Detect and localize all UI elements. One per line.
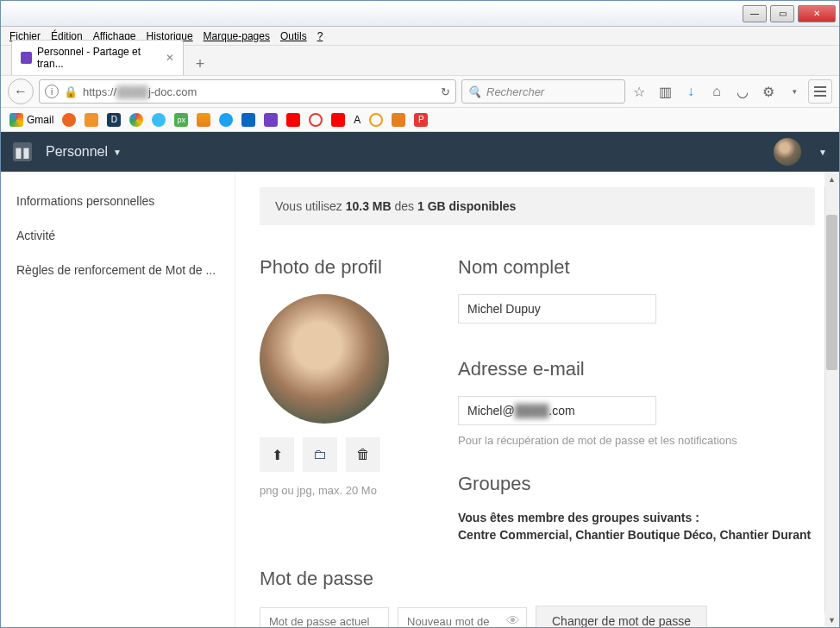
minimize-button[interactable]: — xyxy=(743,5,767,22)
search-icon: 🔍 xyxy=(467,85,481,98)
pocket-icon[interactable]: ◡ xyxy=(734,84,751,100)
menu-bookmarks[interactable]: Marque-pages xyxy=(198,28,275,44)
bookmark-pixabay[interactable]: px xyxy=(174,113,188,127)
bookmark-youtube[interactable] xyxy=(286,113,300,127)
bookmark-google[interactable] xyxy=(129,113,143,127)
overflow-caret-icon[interactable]: ▾ xyxy=(786,87,803,96)
bookmark-icon-4[interactable] xyxy=(309,113,323,127)
tab-close-icon[interactable]: ✕ xyxy=(166,52,174,64)
search-bar[interactable]: 🔍 Rechercher xyxy=(461,79,625,104)
lock-icon: 🔒 xyxy=(64,85,78,98)
bookmark-p[interactable]: P xyxy=(414,113,428,127)
reload-icon[interactable]: ↻ xyxy=(441,85,450,98)
upload-icon: ⬆ xyxy=(272,447,283,463)
bookmark-toolbar: Gmail D px A P xyxy=(1,108,839,132)
delete-photo-button[interactable]: 🗑 xyxy=(346,437,380,472)
settings-sidebar: Informations personnelles Activité Règle… xyxy=(1,172,235,627)
tab-strip: Personnel - Partage et tran... ✕ + xyxy=(1,46,839,75)
app-section-dropdown[interactable]: Personnel ▼ xyxy=(46,144,122,160)
trash-icon: 🗑 xyxy=(356,447,370,462)
google-icon xyxy=(9,113,23,127)
folder-icon: 🗀 xyxy=(313,447,327,462)
upload-photo-button[interactable]: ⬆ xyxy=(260,437,294,472)
downloads-icon[interactable]: ↓ xyxy=(682,84,699,99)
app-header: ▮▮ Personnel ▼ ▼ xyxy=(1,132,839,172)
current-password-input[interactable] xyxy=(260,607,389,628)
search-placeholder: Rechercher xyxy=(486,85,544,98)
home-icon[interactable]: ⌂ xyxy=(708,84,725,99)
eye-icon[interactable]: 👁 xyxy=(506,613,520,627)
url-text: https://████j-doc.com xyxy=(83,85,436,98)
full-name-input[interactable] xyxy=(458,294,656,323)
bookmark-twitter[interactable] xyxy=(219,113,233,127)
hamburger-menu-button[interactable] xyxy=(808,79,832,104)
sidebar-item-personal-info[interactable]: Informations personnelles xyxy=(1,184,235,218)
email-input[interactable]: Michel@████.com xyxy=(458,396,656,425)
browser-navbar: ← i 🔒 https://████j-doc.com ↻ 🔍 Recherch… xyxy=(1,75,839,108)
user-avatar-menu[interactable] xyxy=(774,138,801,166)
chevron-down-icon: ▼ xyxy=(113,148,122,157)
app-logo-icon[interactable]: ▮▮ xyxy=(13,142,32,161)
bookmark-icon-5[interactable] xyxy=(369,113,383,127)
bookmark-jdoc[interactable] xyxy=(264,113,278,127)
email-heading: Adresse e-mail xyxy=(458,358,815,380)
bookmark-analytics[interactable] xyxy=(197,113,210,127)
content-area: Informations personnelles Activité Règle… xyxy=(1,172,839,627)
bookmark-linkedin[interactable] xyxy=(241,113,255,127)
menu-help[interactable]: ? xyxy=(312,28,329,44)
library-icon[interactable]: ▥ xyxy=(656,84,674,100)
back-button[interactable]: ← xyxy=(8,78,34,104)
tab-favicon xyxy=(21,52,32,64)
sidebar-item-password-rules[interactable]: Règles de renforcement de Mot de ... xyxy=(1,253,235,287)
password-heading: Mot de passe xyxy=(260,568,815,590)
url-bar[interactable]: i 🔒 https://████j-doc.com ↻ xyxy=(39,79,456,104)
groups-membership-list: Centre Commercial, Chantier Boutique Déc… xyxy=(458,528,815,542)
scroll-up-icon[interactable]: ▲ xyxy=(824,172,839,186)
main-panel: Vous utilisez 10.3 MB des 1 GB disponibl… xyxy=(235,172,839,627)
site-info-icon[interactable]: i xyxy=(45,85,59,98)
choose-photo-button[interactable]: 🗀 xyxy=(303,437,337,472)
profile-avatar xyxy=(260,294,389,424)
bookmark-youtube2[interactable] xyxy=(331,113,345,127)
full-name-heading: Nom complet xyxy=(458,256,815,279)
bookmark-a[interactable]: A xyxy=(354,114,360,126)
storage-usage: Vous utilisez 10.3 MB des 1 GB disponibl… xyxy=(260,187,815,225)
groups-heading: Groupes xyxy=(458,473,815,495)
window-titlebar: — ▭ ✕ xyxy=(1,1,839,27)
bookmark-icon-2[interactable] xyxy=(85,113,98,127)
sidebar-item-activity[interactable]: Activité xyxy=(1,218,235,253)
extension-icon[interactable]: ⚙ xyxy=(760,84,777,100)
browser-tab[interactable]: Personnel - Partage et tran... ✕ xyxy=(11,40,184,75)
bookmark-star-icon[interactable]: ☆ xyxy=(630,84,648,100)
chevron-down-icon[interactable]: ▼ xyxy=(818,148,827,157)
change-password-button[interactable]: Changer de mot de passe xyxy=(536,606,707,627)
scroll-down-icon[interactable]: ▼ xyxy=(824,612,839,627)
bookmark-icon-6[interactable] xyxy=(392,113,405,127)
scrollbar[interactable]: ▲ ▼ xyxy=(824,172,839,627)
bookmark-gmail[interactable]: Gmail xyxy=(9,113,53,127)
profile-photo-heading: Photo de profil xyxy=(260,256,415,279)
menu-tools[interactable]: Outils xyxy=(275,28,312,44)
scroll-thumb[interactable] xyxy=(826,215,837,370)
bookmark-icon-1[interactable] xyxy=(62,113,76,127)
email-hint: Pour la récupération de mot de passe et … xyxy=(458,434,815,447)
tab-title: Personnel - Partage et tran... xyxy=(37,46,160,70)
bookmark-disqus[interactable]: D xyxy=(107,113,121,127)
app-section-label: Personnel xyxy=(46,144,108,160)
close-window-button[interactable]: ✕ xyxy=(798,5,836,22)
groups-membership-intro: Vous êtes membre des groupes suivants : xyxy=(458,511,815,524)
photo-hint: png ou jpg, max. 20 Mo xyxy=(260,484,415,497)
new-tab-button[interactable]: + xyxy=(189,53,211,75)
bookmark-icon-3[interactable] xyxy=(152,113,166,127)
maximize-button[interactable]: ▭ xyxy=(770,5,794,22)
